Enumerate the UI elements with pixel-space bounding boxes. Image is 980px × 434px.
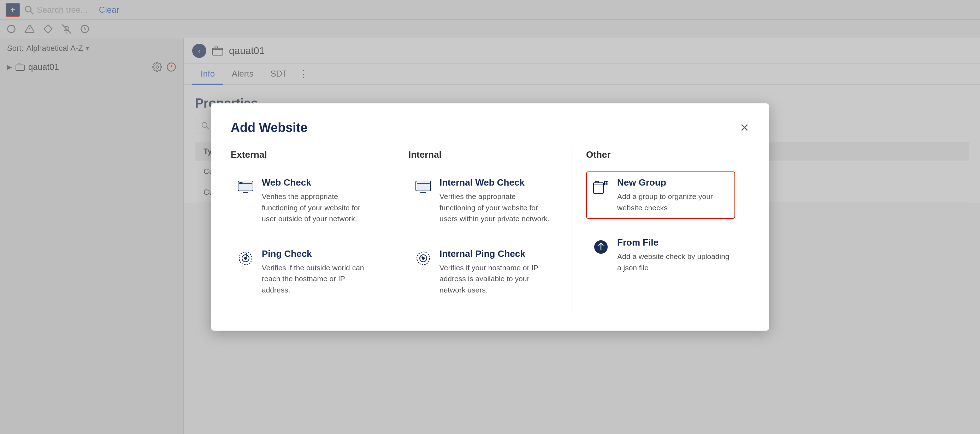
svg-point-25 bbox=[245, 257, 247, 259]
modal-item-new-group[interactable]: New Group Add a group to organize your w… bbox=[586, 171, 735, 219]
svg-rect-34 bbox=[593, 183, 603, 193]
web-check-icon bbox=[236, 178, 255, 196]
modal-header: Add Website ✕ bbox=[231, 120, 749, 135]
modal-col-internal: Internal Internal Web Check Veri bbox=[394, 149, 572, 314]
ping-check-icon bbox=[236, 249, 255, 268]
from-file-text: From File Add a website check by uploadi… bbox=[617, 237, 730, 273]
col-heading-internal: Internal bbox=[408, 149, 557, 160]
modal-col-other: Other New Group Add a group to o bbox=[572, 149, 749, 314]
from-file-icon bbox=[592, 238, 610, 256]
svg-point-33 bbox=[422, 257, 424, 259]
modal-columns: External Web C bbox=[231, 149, 749, 314]
internal-web-check-text: Internal Web Check Verifies the appropri… bbox=[439, 177, 552, 224]
svg-point-21 bbox=[240, 182, 241, 184]
modal-item-ping-check[interactable]: Ping Check Verifies if the outside world… bbox=[231, 243, 380, 301]
modal-item-web-check[interactable]: Web Check Verifies the appropriate funct… bbox=[231, 171, 380, 230]
modal-col-external: External Web C bbox=[231, 149, 394, 314]
internal-ping-check-icon bbox=[414, 249, 433, 268]
web-check-text: Web Check Verifies the appropriate funct… bbox=[262, 177, 374, 224]
new-group-text: New Group Add a group to organize your w… bbox=[617, 177, 730, 213]
ping-check-text: Ping Check Verifies if the outside world… bbox=[262, 249, 374, 296]
add-website-modal: Add Website ✕ External bbox=[211, 103, 769, 331]
internal-web-check-icon bbox=[414, 178, 433, 196]
new-group-icon bbox=[592, 178, 610, 196]
modal-item-internal-web-check[interactable]: Internal Web Check Verifies the appropri… bbox=[408, 171, 557, 230]
modal-close-button[interactable]: ✕ bbox=[740, 122, 749, 133]
col-heading-external: External bbox=[231, 149, 380, 160]
col-heading-other: Other bbox=[586, 149, 735, 160]
internal-ping-check-text: Internal Ping Check Verifies if your hos… bbox=[439, 249, 552, 296]
modal-item-from-file[interactable]: From File Add a website check by uploadi… bbox=[586, 231, 735, 279]
svg-point-22 bbox=[241, 182, 242, 184]
modal-overlay: Add Website ✕ External bbox=[0, 0, 980, 434]
modal-item-internal-ping-check[interactable]: Internal Ping Check Verifies if your hos… bbox=[408, 243, 557, 301]
modal-title: Add Website bbox=[231, 120, 307, 135]
